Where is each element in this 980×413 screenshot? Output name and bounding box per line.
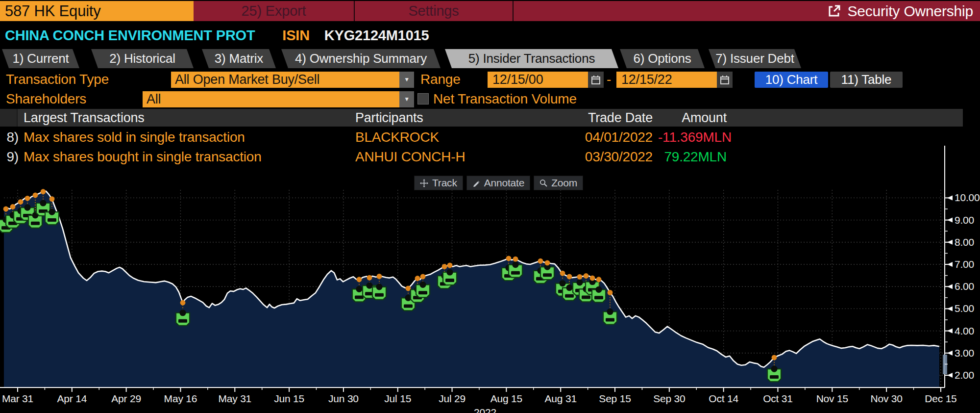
x-axis-label: May 16 [164, 393, 197, 404]
transaction-dot-icon [447, 262, 453, 268]
shareholders-label: Shareholders [6, 90, 86, 108]
range-start-input[interactable]: 12/15/00 [488, 72, 588, 88]
y-tick-arrow-icon [947, 306, 953, 311]
y-tick-arrow-icon [947, 218, 953, 223]
x-axis-label: Apr 14 [57, 393, 87, 404]
range-end-input[interactable]: 12/15/22 [616, 72, 717, 88]
table-view-button[interactable]: 11) Table [830, 72, 903, 88]
transaction-dot-icon [577, 274, 583, 280]
x-axis-label: Dec 15 [925, 393, 956, 404]
ticker-box[interactable]: 587 HK Equity [0, 1, 194, 21]
chart-view-button[interactable]: 10) Chart [755, 72, 828, 88]
x-axis-label: Jul 29 [439, 393, 466, 404]
tab-current[interactable]: 1) Current [2, 49, 79, 68]
price-area [4, 191, 939, 387]
y-axis-label: 2.00 [955, 369, 974, 381]
y-axis-label: 4.00 [955, 325, 974, 336]
x-axis-label: Oct 14 [709, 393, 738, 404]
y-axis-label: 6.00 [955, 281, 974, 292]
net-transaction-volume-checkbox[interactable] [417, 93, 429, 104]
transaction-dot-icon [513, 257, 518, 262]
tab-matrix[interactable]: 3) Matrix [202, 49, 276, 68]
badge-person-body [178, 319, 187, 323]
badge-person-head [356, 286, 362, 292]
tab-bar: 1) Current2) Historical3) Matrix4) Owner… [0, 49, 980, 68]
export-icon[interactable] [826, 3, 842, 19]
function-title-label: Security Ownership [848, 1, 974, 21]
col-header-amount[interactable]: Amount [658, 109, 727, 127]
tab-issuer-debt[interactable]: 7) Issuer Debt [709, 49, 801, 68]
col-header-trade-date[interactable]: Trade Date [555, 109, 653, 127]
chart-zoom-button[interactable]: Zoom [534, 176, 583, 190]
x-axis-label: Jun 15 [274, 393, 304, 404]
transaction-type-select[interactable]: All Open Market Buy/Sell [171, 72, 399, 88]
chart-toolbar: TrackAnnotateZoom [414, 176, 583, 190]
badge-person-head [446, 269, 453, 275]
transaction-dot-icon [596, 277, 602, 282]
transaction-dot-icon [10, 204, 16, 209]
shareholders-select[interactable]: All [143, 91, 399, 107]
track-icon [420, 179, 428, 187]
badge-person-head [40, 200, 46, 206]
badge-person-head [179, 310, 186, 316]
transaction-dot-icon [420, 274, 426, 279]
x-axis-label: Sep 30 [653, 393, 685, 404]
chart-annotate-button[interactable]: Annotate [466, 176, 530, 190]
range-separator: - [607, 71, 611, 88]
shareholders-dropdown-arrow-icon[interactable]: ▼ [399, 91, 414, 107]
menu-bar: 25) Export Settings Security Ownership [194, 1, 980, 21]
transaction-dot-icon [545, 260, 550, 265]
y-tick-arrow-icon [947, 195, 953, 200]
transaction-type-dropdown-arrow-icon[interactable]: ▼ [399, 72, 414, 88]
y-tick-arrow-icon [947, 373, 953, 378]
range-start-calendar-icon[interactable] [588, 72, 604, 88]
tab-historical[interactable]: 2) Historical [91, 49, 194, 68]
transaction-dot-icon [367, 275, 372, 281]
security-line: CHINA CONCH ENVIRONMENT PROT ISIN KYG212… [5, 26, 429, 45]
y-axis-label: 5.00 [955, 303, 974, 314]
range-label: Range [420, 71, 461, 88]
net-transaction-volume-label: Net Transaction Volume [433, 90, 577, 108]
range-end-calendar-icon[interactable] [717, 72, 733, 88]
tab-options[interactable]: 6) Options [620, 49, 705, 68]
tab-ownership-summary[interactable]: 4) Ownership Summary [281, 49, 441, 68]
badge-person-body [543, 273, 552, 277]
menu-item-settings[interactable]: Settings [355, 1, 513, 21]
y-tick-arrow-icon [947, 351, 953, 356]
badge-person-head [576, 279, 583, 285]
y-tick-arrow-icon [947, 262, 953, 267]
x-axis-label: Jun 30 [328, 393, 359, 404]
zoom-icon [539, 179, 547, 187]
y-tick-arrow-icon [947, 329, 953, 334]
chart-track-button[interactable]: Track [414, 176, 463, 190]
badge-person-body [606, 318, 614, 321]
transaction-dot-icon [180, 300, 186, 306]
badge-person-head [366, 283, 372, 289]
transaction-dot-icon [415, 276, 420, 281]
y-axis-label: 10.00 [955, 192, 980, 203]
badge-person-body [770, 375, 779, 379]
badge-person-head [24, 204, 30, 210]
col-header-largest-transactions[interactable]: Largest Transactions [24, 109, 145, 127]
badge-person-body [418, 291, 427, 294]
y-axis-label: 9.00 [955, 214, 974, 226]
x-axis-label: Nov 30 [870, 393, 902, 404]
x-axis-label: May 31 [218, 393, 251, 404]
table-header-row: Largest Transactions Participants Trade … [0, 109, 963, 127]
x-axis-label: Jul 15 [384, 393, 411, 404]
menu-separator [513, 1, 514, 21]
table-header-spacer [0, 109, 18, 127]
transaction-dot-icon [567, 274, 572, 279]
transaction-dot-icon [406, 285, 411, 291]
x-axis-label: Aug 31 [545, 393, 577, 404]
price-chart[interactable]: Mar 31Apr 14Apr 29May 16May 31Jun 15Jun … [0, 135, 980, 413]
transaction-dot-icon [357, 277, 362, 282]
col-header-participants[interactable]: Participants [355, 109, 423, 127]
menu-item-export[interactable]: 25) Export [194, 1, 354, 21]
isin-label: ISIN [282, 27, 310, 43]
badge-person-head [566, 284, 572, 291]
security-name: CHINA CONCH ENVIRONMENT PROT [5, 27, 255, 43]
x-axis-year-label: 2022 [474, 407, 496, 413]
badge-person-head [607, 309, 613, 315]
tab-insider-transactions[interactable]: 5) Insider Transactions [445, 49, 618, 68]
